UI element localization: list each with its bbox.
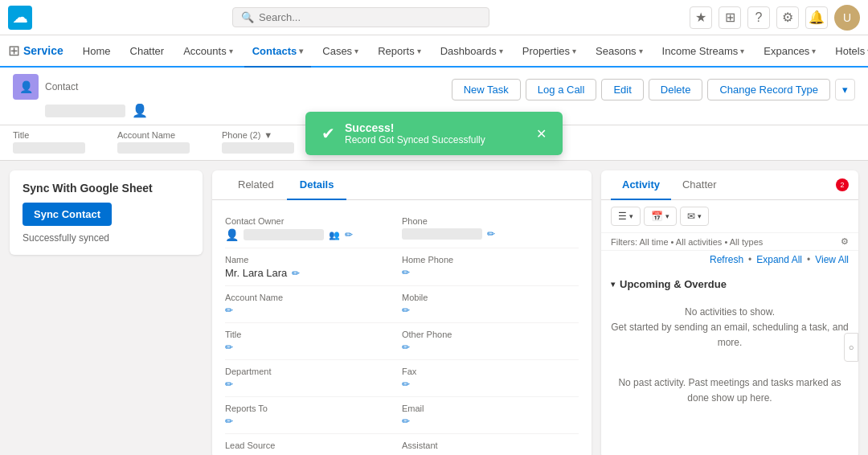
nav-item-hotels[interactable]: Hotels ▾ [827, 35, 868, 68]
other-phone-value: ✏ [402, 342, 579, 353]
home-phone-edit-icon[interactable]: ✏ [402, 267, 410, 278]
phone-field-value [222, 142, 294, 154]
app-name-label[interactable]: Service [23, 44, 63, 57]
detail-field-department: Department ✏ [225, 360, 402, 397]
toast-close-button[interactable]: ✕ [536, 126, 547, 141]
title-field-label: Title [13, 130, 85, 140]
filter-gear-icon[interactable]: ⚙ [841, 236, 849, 247]
search-input[interactable] [259, 11, 481, 23]
fax-edit-icon[interactable]: ✏ [402, 379, 410, 390]
upcoming-header[interactable]: ▾ Upcoming & Overdue [611, 278, 849, 290]
toast-title: Success! [345, 121, 485, 134]
nav-item-dashboards[interactable]: Dashboards ▾ [432, 35, 511, 68]
task-toolbar-button[interactable]: ☰ ▾ [611, 207, 641, 226]
nav-item-cases[interactable]: Cases ▾ [314, 35, 366, 68]
title-detail-value: ✏ [225, 342, 402, 353]
event-toolbar-button[interactable]: 📅 ▾ [644, 207, 677, 226]
filters-row: Filters: All time • All activities • All… [601, 233, 858, 251]
assistant-label: Assistant [402, 441, 579, 450]
center-tab-bar: Related Details [212, 170, 592, 200]
reports-to-edit-icon[interactable]: ✏ [225, 416, 233, 427]
nav-item-reports[interactable]: Reports ▾ [370, 35, 429, 68]
tab-details[interactable]: Details [287, 170, 347, 200]
sync-card: Sync With Google Sheet Sync Contact Succ… [10, 170, 203, 255]
lead-source-label: Lead Source [225, 441, 402, 450]
account-name-field-value [117, 142, 190, 154]
email-toolbar-button[interactable]: ✉ ▾ [680, 207, 709, 226]
grid-menu-icon[interactable]: ⊞ [8, 39, 20, 62]
name-edit-icon[interactable]: ✏ [292, 268, 300, 279]
detail-field-fax: Fax ✏ [402, 360, 579, 397]
tab-chatter[interactable]: Chatter [671, 170, 728, 200]
account-name-detail-label: Account Name [225, 293, 402, 302]
chatter-notification-badge: 2 [836, 178, 849, 191]
record-type-icon: 👤 [13, 74, 39, 100]
tab-related[interactable]: Related [225, 170, 287, 200]
tab-activity[interactable]: Activity [611, 170, 671, 200]
nav-item-chatter[interactable]: Chatter [122, 35, 173, 68]
record-follow-icon[interactable]: 👤 [132, 103, 148, 118]
nav-item-seasons[interactable]: Seasons ▾ [588, 35, 651, 68]
nav-item-properties[interactable]: Properties ▾ [514, 35, 584, 68]
detail-field-reports-to: Reports To ✏ [225, 397, 402, 434]
other-phone-edit-icon[interactable]: ✏ [402, 342, 410, 353]
sync-contact-button[interactable]: Sync Contact [23, 203, 112, 226]
phone-detail-value: ✏ [402, 228, 579, 240]
bell-icon[interactable]: 🔔 [805, 6, 828, 29]
delete-button[interactable]: Delete [649, 79, 703, 100]
nav-item-contacts[interactable]: Contacts ▾ [244, 35, 312, 68]
contact-owner-edit-icon[interactable]: ✏ [345, 229, 353, 240]
nav-item-home[interactable]: Home [75, 35, 119, 68]
search-icon: 🔍 [241, 11, 254, 23]
department-edit-icon[interactable]: ✏ [225, 379, 233, 390]
field-title: Title [13, 130, 85, 154]
record-actions-dropdown[interactable]: ▾ [835, 79, 855, 100]
phone-detail-label: Phone [402, 216, 579, 226]
detail-field-phone: Phone ✏ [402, 210, 579, 248]
change-record-type-button[interactable]: Change Record Type [707, 79, 830, 100]
chatter-badge: 2 [836, 178, 849, 191]
record-header: ✔ Success! Record Got Synced Successfull… [0, 68, 868, 125]
log-call-button[interactable]: Log a Call [526, 79, 597, 100]
home-phone-label: Home Phone [402, 255, 579, 264]
main-content: Sync With Google Sheet Sync Contact Succ… [0, 161, 868, 455]
global-search-bar[interactable]: 🔍 [232, 7, 489, 27]
user-avatar[interactable]: U [834, 5, 860, 31]
mobile-edit-icon[interactable]: ✏ [402, 305, 410, 316]
account-name-edit-icon[interactable]: ✏ [225, 305, 233, 316]
title-edit-icon[interactable]: ✏ [225, 342, 233, 353]
field-account-name: Account Name [117, 130, 190, 154]
email-icon: ✉ [687, 211, 695, 222]
nav-item-income-streams[interactable]: Income Streams ▾ [654, 35, 753, 68]
detail-field-contact-owner: Contact Owner 👤 👥 ✏ [225, 210, 402, 248]
upcoming-chevron-icon: ▾ [611, 280, 615, 289]
favorites-icon[interactable]: ★ [690, 6, 712, 29]
refresh-link[interactable]: Refresh [710, 254, 743, 265]
past-activity-text: No past activity. Past meetings and task… [601, 367, 858, 414]
help-icon[interactable]: ? [747, 6, 770, 29]
app-navigation: ⊞ Service Home Chatter Accounts ▾ Contac… [0, 35, 868, 68]
edit-button[interactable]: Edit [601, 79, 643, 100]
home-phone-value: ✏ [402, 267, 579, 278]
contact-owner-detail-value: 👤 👥 ✏ [225, 228, 402, 241]
detail-grid: Contact Owner 👤 👥 ✏ Phone ✏ [225, 210, 579, 455]
phone-edit-icon[interactable]: ✏ [487, 228, 495, 240]
sync-card-title: Sync With Google Sheet [23, 182, 190, 195]
view-all-link[interactable]: View All [815, 254, 849, 265]
nav-item-expances[interactable]: Expances ▾ [755, 35, 824, 68]
field-phone: Phone (2) ▼ [222, 130, 294, 154]
record-actions: New Task Log a Call Edit Delete Change R… [452, 79, 855, 100]
email-edit-icon[interactable]: ✏ [402, 416, 410, 427]
waffle-icon[interactable]: ⊞ [719, 6, 741, 29]
mobile-value: ✏ [402, 305, 579, 316]
sync-success-text: Successfully synced [23, 232, 190, 244]
new-task-button[interactable]: New Task [452, 79, 521, 100]
right-panel-collapse-button[interactable]: ○ [844, 333, 858, 362]
salesforce-logo: ☁ [8, 6, 32, 30]
nav-item-accounts[interactable]: Accounts ▾ [175, 35, 240, 68]
expand-all-link[interactable]: Expand All [756, 254, 802, 265]
activity-toolbar: ☰ ▾ 📅 ▾ ✉ ▾ [601, 200, 858, 233]
reports-to-label: Reports To [225, 404, 402, 413]
setup-icon[interactable]: ⚙ [776, 6, 799, 29]
task-caret-icon: ▾ [629, 212, 633, 220]
